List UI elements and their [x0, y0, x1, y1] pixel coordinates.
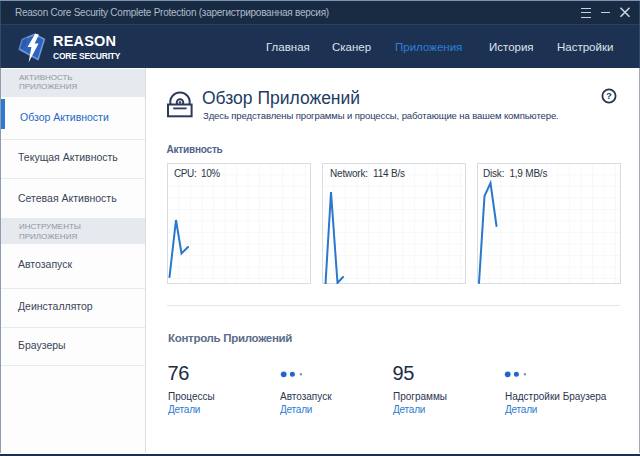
svg-text:?: ? [606, 90, 612, 101]
